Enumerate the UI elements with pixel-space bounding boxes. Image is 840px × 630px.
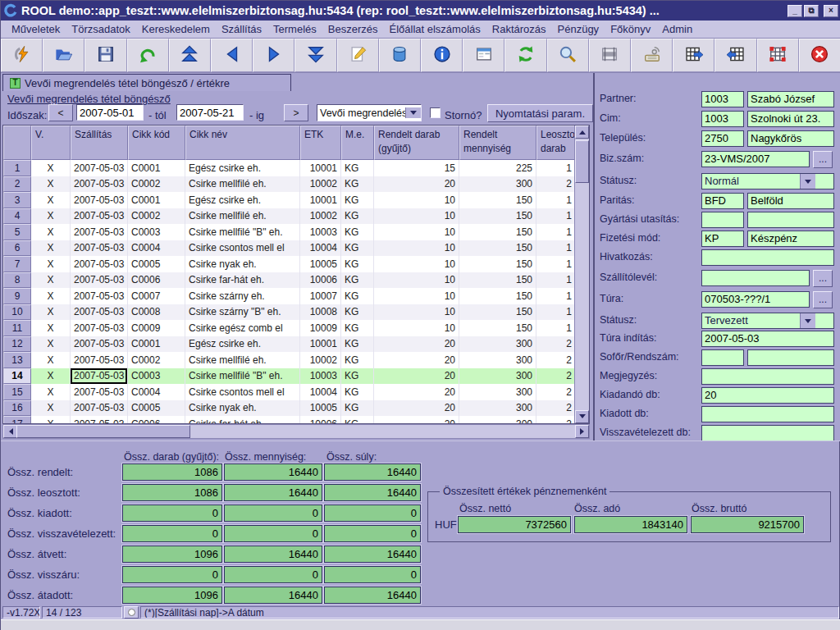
field-code-input[interactable]	[701, 349, 744, 366]
cell-leosz[interactable]: 1	[536, 256, 576, 272]
first-record-button[interactable]	[169, 39, 211, 72]
header-cell-2[interactable]: Szállítás	[71, 126, 128, 160]
cell-date[interactable]: 2007-05-03	[71, 256, 128, 272]
cell-me[interactable]: KG	[341, 288, 374, 304]
menu-item-3[interactable]: Kereskedelem	[136, 21, 216, 37]
field-value-input[interactable]	[701, 368, 834, 385]
table-row[interactable]: 3X2007-05-03C0001Egész csirke eh.10001KG…	[3, 192, 576, 208]
minimize-button[interactable]: _	[788, 5, 802, 17]
cell-code[interactable]: C0002	[128, 208, 185, 225]
table-row[interactable]: 10X2007-05-03C0008Csirke szárny "B" eh.1…	[3, 304, 576, 321]
vertical-scroll-thumb[interactable]	[575, 140, 589, 183]
cell-v[interactable]: X	[31, 256, 71, 272]
cell-name[interactable]: Egész csirke eh.	[185, 160, 300, 176]
cell-code[interactable]: C0001	[128, 192, 185, 208]
export-grid-button[interactable]	[673, 39, 714, 72]
cell-name[interactable]: Csirke csontos mell el	[185, 240, 300, 257]
cell-menny[interactable]: 150	[459, 272, 536, 289]
cell-name[interactable]: Csirke mellfilé "B" eh.	[185, 368, 300, 385]
cell-date[interactable]: 2007-05-03	[71, 208, 128, 225]
cell-v[interactable]: X	[31, 400, 71, 417]
grid-layout-button[interactable]	[757, 39, 799, 72]
field-value-input[interactable]	[701, 249, 834, 266]
table-row[interactable]: 1X2007-05-03C0001Egész csirke eh.10001KG…	[3, 160, 576, 176]
header-cell-3[interactable]: Cikk kód	[128, 126, 185, 160]
cell-menny[interactable]: 300	[459, 368, 536, 385]
cell-leosz[interactable]: 2	[536, 336, 576, 353]
next-record-button[interactable]	[253, 39, 294, 72]
cell-code[interactable]: C0002	[128, 176, 185, 193]
cell-etk[interactable]: 10004	[300, 384, 341, 400]
header-cell-9[interactable]: Leosztott darab (gyűjtő)	[536, 126, 576, 160]
print-params-button[interactable]: Nyomtatási param.	[487, 104, 593, 122]
cell-v[interactable]: X	[31, 192, 71, 208]
table-row[interactable]: 16X2007-05-03C0005Csirke nyak eh.10005KG…	[3, 400, 576, 417]
menu-item-2[interactable]: Törzsadatok	[66, 21, 136, 37]
cell-etk[interactable]: 10003	[300, 224, 341, 240]
table-row[interactable]: 5X2007-05-03C0003Csirke mellfilé "B" eh.…	[3, 224, 576, 240]
refresh-button[interactable]	[504, 39, 546, 72]
cell-menny[interactable]: 225	[459, 160, 536, 176]
lookup-ellipsis-button[interactable]: ...	[813, 291, 833, 308]
cell-leosz[interactable]: 2	[536, 416, 576, 424]
cell-menny[interactable]: 150	[459, 288, 536, 304]
menu-item-6[interactable]: Beszerzés	[322, 21, 384, 37]
table-row[interactable]: 8X2007-05-03C0006Csirke far-hát eh.10006…	[3, 272, 576, 289]
cell-menny[interactable]: 150	[459, 256, 536, 272]
menu-item-8[interactable]: Raktározás	[486, 21, 552, 37]
cell-menny[interactable]: 300	[459, 352, 536, 368]
cell-v[interactable]: X	[31, 384, 71, 400]
field-dropdown[interactable]: Tervezett	[701, 313, 834, 329]
search-button[interactable]	[547, 39, 589, 72]
cell-v[interactable]: X	[31, 160, 71, 176]
header-cell-8[interactable]: Rendelt mennyiség	[459, 126, 536, 160]
last-record-button[interactable]	[294, 39, 336, 72]
cell-leosz[interactable]: 1	[536, 240, 576, 257]
cell-leosz[interactable]: 2	[536, 384, 576, 400]
close-button[interactable]: ×	[824, 5, 838, 17]
cell-etk[interactable]: 10006	[300, 272, 341, 289]
cell-date[interactable]: 2007-05-03	[71, 384, 128, 400]
cell-code[interactable]: C0009	[128, 320, 185, 336]
cell-etk[interactable]: 10005	[300, 256, 341, 272]
field-value-input[interactable]: Nagykőrös	[747, 130, 834, 147]
cell-leosz[interactable]: 1	[536, 160, 576, 176]
cell-code[interactable]: C0007	[128, 288, 185, 304]
row-number-cell[interactable]: 3	[3, 192, 31, 208]
row-number-cell[interactable]: 6	[3, 240, 31, 257]
cell-code[interactable]: C0005	[128, 400, 185, 417]
cell-v[interactable]: X	[31, 320, 71, 336]
header-cell-4[interactable]: Cikk név	[185, 126, 300, 160]
page-setup-button[interactable]	[589, 39, 631, 72]
table-row[interactable]: 12X2007-05-03C0001Egész csirke eh.10001K…	[3, 336, 576, 353]
cell-etk[interactable]: 10001	[300, 192, 341, 208]
cell-menny[interactable]: 150	[459, 192, 536, 208]
menu-item-7[interactable]: Élőállat elszámolás	[384, 21, 486, 37]
cell-me[interactable]: KG	[341, 304, 374, 321]
cell-etk[interactable]: 10003	[300, 368, 341, 385]
field-code-input[interactable]: BFD	[701, 193, 744, 209]
horizontal-scrollbar[interactable]	[2, 424, 590, 439]
cell-etk[interactable]: 10002	[300, 208, 341, 225]
cell-menny[interactable]: 300	[459, 416, 536, 424]
cell-darab[interactable]: 10	[374, 320, 459, 336]
cell-darab[interactable]: 10	[374, 304, 459, 321]
cell-name[interactable]: Csirke far-hát eh.	[185, 272, 300, 289]
cell-me[interactable]: KG	[341, 272, 374, 289]
row-number-cell[interactable]: 10	[3, 304, 31, 321]
cell-darab[interactable]: 20	[374, 416, 459, 424]
header-cell-7[interactable]: Rendelt darab (gyűjtő)	[374, 126, 459, 160]
field-code-input[interactable]	[701, 212, 744, 228]
cell-code[interactable]: C0002	[128, 352, 185, 368]
execute-button[interactable]	[1, 39, 43, 72]
open-folder-button[interactable]	[43, 39, 84, 72]
cell-name[interactable]: Egész csirke eh.	[185, 192, 300, 208]
cell-date[interactable]: 2007-05-03	[71, 272, 128, 289]
cell-v[interactable]: X	[31, 240, 71, 257]
prev-period-button[interactable]: <	[48, 104, 73, 121]
cell-menny[interactable]: 300	[459, 336, 536, 353]
field-value-input[interactable]	[701, 425, 834, 441]
cell-name[interactable]: Csirke nyak eh.	[185, 400, 300, 417]
cell-me[interactable]: KG	[341, 352, 374, 368]
row-number-cell[interactable]: 16	[3, 400, 31, 417]
